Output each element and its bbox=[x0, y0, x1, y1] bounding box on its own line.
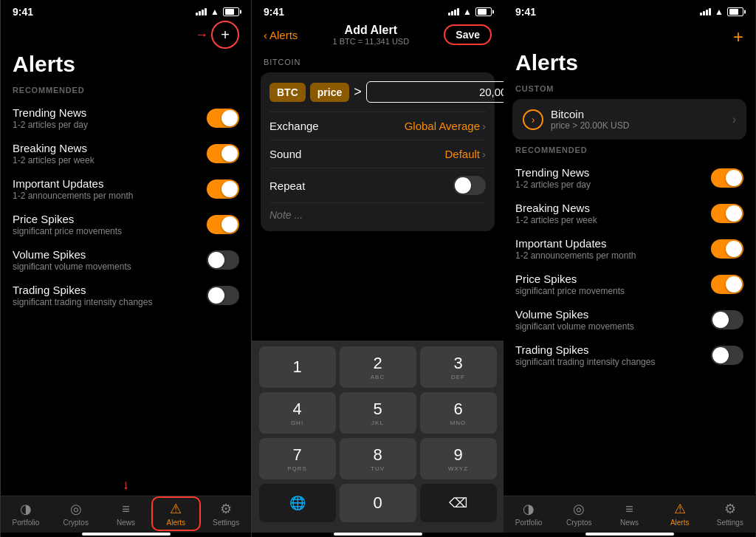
p3-subtitle-trading: significant trading intensity changes bbox=[515, 357, 655, 367]
key-9[interactable]: 9WXYZ bbox=[420, 438, 497, 479]
nav-title: Add Alert bbox=[333, 24, 410, 37]
alert-title-breaking: Breaking News bbox=[13, 142, 94, 154]
p3-toggle-volume[interactable] bbox=[711, 310, 743, 329]
wifi-icon-1: ▲ bbox=[210, 7, 219, 17]
signal-icon-2 bbox=[448, 8, 459, 16]
alert-subtitle-volume: significant volume movements bbox=[13, 261, 131, 272]
delete-icon: ⌫ bbox=[449, 495, 467, 511]
alert-subtitle-important: 1-2 announcements per month bbox=[13, 191, 133, 201]
keyboard-row-1: 1 2ABC 3DEF bbox=[255, 346, 501, 388]
p3-toggle-price[interactable] bbox=[711, 275, 743, 294]
toggle-trading-spikes[interactable] bbox=[207, 286, 239, 305]
sound-chevron-icon: › bbox=[482, 148, 486, 160]
key-delete[interactable]: ⌫ bbox=[420, 484, 497, 522]
p3-toggle-trending[interactable] bbox=[711, 168, 743, 188]
alert-item-trending-news: Trending News 1-2 articles per day bbox=[1, 100, 251, 136]
tab-settings-1[interactable]: ⚙ Settings bbox=[206, 501, 247, 527]
alert-item-important-updates: Important Updates 1-2 announcements per … bbox=[1, 171, 251, 207]
news-icon-1: ≡ bbox=[122, 502, 130, 517]
tab-alerts-3[interactable]: ⚠ Alerts bbox=[659, 501, 700, 527]
tab-cryptos-3[interactable]: ◎ Cryptos bbox=[559, 501, 599, 527]
toggle-volume-spikes[interactable] bbox=[207, 250, 239, 270]
sound-label: Sound bbox=[269, 148, 301, 160]
p3-title-price: Price Spikes bbox=[515, 273, 625, 285]
tab-label-cryptos-3: Cryptos bbox=[566, 519, 591, 527]
add-arrow-icon: → bbox=[195, 27, 208, 43]
settings-icon-1: ⚙ bbox=[220, 501, 232, 517]
alerts-icon-3: ⚠ bbox=[674, 501, 686, 517]
exchange-label: Exchange bbox=[269, 120, 319, 132]
key-8[interactable]: 8TUV bbox=[340, 438, 416, 479]
signal-icon-1 bbox=[196, 8, 207, 16]
section-custom-3: CUSTOM bbox=[504, 84, 755, 99]
toggle-trending-news[interactable] bbox=[207, 109, 239, 128]
alert-subtitle-trending: 1-2 articles per day bbox=[13, 120, 88, 130]
tab-label-cryptos-1: Cryptos bbox=[63, 519, 88, 527]
settings-icon-3: ⚙ bbox=[724, 501, 736, 517]
type-chip[interactable]: price bbox=[310, 83, 349, 102]
key-1[interactable]: 1 bbox=[259, 346, 336, 388]
p3-toggle-trading[interactable] bbox=[711, 346, 743, 365]
custom-alert-info: Bitcoin price > 20.00K USD bbox=[551, 108, 629, 131]
repeat-row: Repeat bbox=[269, 168, 486, 202]
key-7[interactable]: 7PQRS bbox=[259, 438, 336, 479]
toggle-important-updates[interactable] bbox=[207, 179, 239, 199]
key-6[interactable]: 6MNO bbox=[420, 392, 497, 434]
exchange-chevron-icon: › bbox=[482, 120, 486, 132]
alert-subtitle-trading: significant trading intensity changes bbox=[13, 297, 152, 307]
tab-bar-1: ◑ Portfolio ◎ Cryptos ≡ News ⚠ Alerts ⚙ … bbox=[1, 496, 251, 533]
toggle-breaking-news[interactable] bbox=[207, 144, 239, 163]
page-title-3: Alerts bbox=[504, 50, 755, 84]
news-icon-3: ≡ bbox=[625, 502, 633, 517]
tab-portfolio-1[interactable]: ◑ Portfolio bbox=[5, 501, 46, 527]
alert-subtitle-breaking: 1-2 articles per week bbox=[13, 155, 94, 165]
tab-news-1[interactable]: ≡ News bbox=[106, 502, 146, 527]
tab-alerts-1[interactable]: ⚠ Alerts bbox=[156, 501, 196, 527]
add-alert-button[interactable]: + bbox=[211, 21, 239, 49]
price-input[interactable] bbox=[366, 81, 504, 103]
status-icons-3: ▲ bbox=[700, 7, 743, 17]
note-input[interactable] bbox=[269, 202, 486, 222]
key-globe[interactable]: 🌐 bbox=[259, 484, 336, 522]
add-plus-button[interactable]: + bbox=[733, 27, 743, 47]
p3-alert-trading: Trading Spikes significant trading inten… bbox=[504, 338, 755, 373]
exchange-row[interactable]: Exchange Global Average › bbox=[269, 112, 486, 140]
key-3[interactable]: 3DEF bbox=[420, 346, 497, 388]
p3-toggle-important[interactable] bbox=[711, 239, 743, 259]
panel-2-add-alert: 9:41 ▲ ‹ Alerts Add Alert 1 BTC = 11,341… bbox=[252, 0, 504, 537]
tab-settings-3[interactable]: ⚙ Settings bbox=[709, 501, 750, 527]
p3-title-trending: Trending News bbox=[515, 166, 591, 179]
back-button[interactable]: ‹ Alerts bbox=[264, 29, 298, 41]
status-time-3: 9:41 bbox=[515, 6, 536, 18]
key-5[interactable]: 5JKL bbox=[340, 392, 416, 434]
save-button[interactable]: Save bbox=[444, 24, 492, 45]
alert-item-price-spikes: Price Spikes significant price movements bbox=[1, 207, 251, 242]
repeat-toggle[interactable] bbox=[453, 176, 486, 195]
alerts-list-scroll: RECOMMENDED Trending News 1-2 articles p… bbox=[1, 86, 251, 477]
crypto-chip[interactable]: BTC bbox=[269, 83, 306, 102]
nav-bar-2: ‹ Alerts Add Alert 1 BTC = 11,341 USD Sa… bbox=[252, 21, 504, 52]
custom-alert-bitcoin[interactable]: › Bitcoin price > 20.00K USD › bbox=[512, 99, 746, 140]
key-0[interactable]: 0 bbox=[340, 484, 416, 522]
toggle-price-spikes[interactable] bbox=[207, 215, 239, 234]
condition-row: BTC price > USD bbox=[269, 81, 486, 103]
key-4[interactable]: 4GHI bbox=[259, 392, 336, 434]
p3-toggle-breaking[interactable] bbox=[711, 204, 743, 223]
cryptos-icon-3: ◎ bbox=[573, 501, 585, 517]
tab-label-portfolio-3: Portfolio bbox=[515, 519, 543, 527]
tab-label-news-1: News bbox=[117, 519, 135, 527]
tab-portfolio-3[interactable]: ◑ Portfolio bbox=[509, 501, 549, 527]
status-icons-1: ▲ bbox=[196, 7, 239, 17]
key-2[interactable]: 2ABC bbox=[340, 346, 416, 388]
battery-icon-2 bbox=[475, 7, 492, 16]
battery-icon-1 bbox=[223, 7, 239, 16]
wifi-icon-3: ▲ bbox=[715, 7, 724, 17]
p3-alert-trending: Trending News 1-2 articles per day bbox=[504, 160, 755, 196]
p3-subtitle-breaking: 1-2 articles per week bbox=[515, 215, 597, 225]
panel-3-alerts-custom: 9:41 ▲ + Alerts CUSTOM › Bitcoin bbox=[504, 0, 755, 537]
p3-title-breaking: Breaking News bbox=[515, 202, 597, 214]
tab-news-3[interactable]: ≡ News bbox=[609, 502, 650, 527]
tab-cryptos-1[interactable]: ◎ Cryptos bbox=[55, 501, 96, 527]
p3-title-volume: Volume Spikes bbox=[515, 308, 634, 321]
sound-row[interactable]: Sound Default › bbox=[269, 140, 486, 168]
